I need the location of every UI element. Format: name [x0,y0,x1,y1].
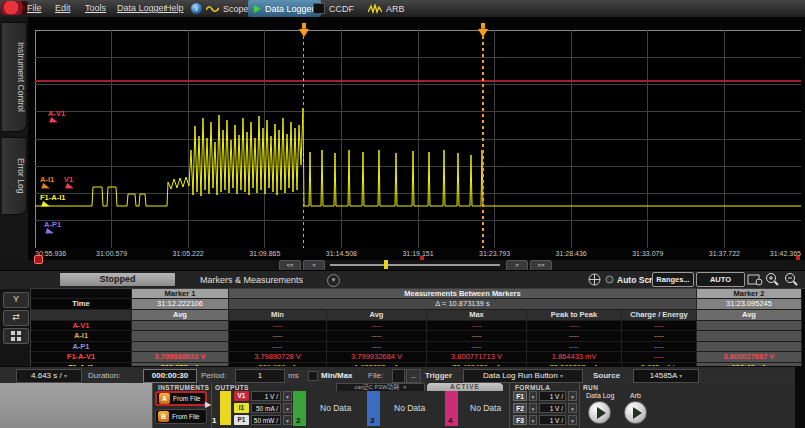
chart-area[interactable]: A-V1A-I1V1F1-A-I1A-P1 30:55.93631:00.579… [28,17,805,260]
dropdown-arrow-icon[interactable]: ▼ [529,403,537,413]
sidebar-tab-instrument-control[interactable]: Instrument Control [2,22,27,132]
crosshair-icon[interactable] [588,273,601,286]
dropdown-arrow-icon[interactable]: ▼ [568,415,577,425]
menu-help[interactable]: Help [165,3,184,13]
browse-button[interactable]: .. [406,369,421,383]
output-badge-p1: P1 [234,415,249,425]
dropdown-arrow-icon[interactable]: ▼ [283,391,292,401]
file-label: File: [368,371,383,380]
stat-column-header: Peak to Peak [527,310,622,321]
zoom-in-icon[interactable] [765,272,780,286]
timescale-dropdown[interactable]: 4.643 s / ▾ [16,369,82,383]
dropdown-arrow-icon[interactable]: ▼ [283,415,292,425]
menu-data-logger[interactable]: Data Logger [117,3,167,13]
formula-f1-badge[interactable]: F1 [513,391,527,401]
output-badge-v1: V1 [234,391,249,401]
duration-label: Duration: [88,371,120,380]
formula-f2-badge[interactable]: F2 [513,403,527,413]
dropdown-arrow-icon[interactable]: ▼ [529,415,537,425]
bottom-panel: INSTRUMENTS A From File B From File ▶ OU… [0,383,805,428]
instrument-a-button[interactable]: A From File [155,391,207,406]
data-log-run-label: Data Log [586,392,614,399]
left-sidebar: Instrument Control Error Log [0,17,28,261]
marker1-header: Marker 1 [132,289,229,299]
x-axis: 30:55.93631:00.57931:05.22231:09.86531:1… [35,250,801,260]
grid-view-icon[interactable] [3,328,29,344]
output1-bar[interactable] [220,391,231,425]
output-i1-value[interactable]: 50 mA / [251,403,281,413]
output-v1-value[interactable]: 1 V / [251,391,281,401]
measurement-value: 3.79890728 V [229,352,327,362]
menu-tools[interactable]: Tools [85,3,106,13]
measurement-value: ---- [527,321,622,331]
marker1-time: 31:12.222106 [132,299,229,310]
marker2-value [697,321,802,331]
tab-ccdf[interactable]: CCDF [307,0,360,17]
output-p1-value[interactable]: 50 mW / [251,415,281,425]
source-dropdown[interactable]: 14585A ▾ [633,369,699,383]
formula-f1-value[interactable]: 1 V / [539,391,566,401]
ranges-button[interactable]: Ranges... [652,272,694,287]
formula-f3-badge[interactable]: F3 [513,415,527,425]
measurement-value: ---- [427,321,527,331]
arb-play-button[interactable] [624,401,647,424]
menu-bar: File Edit Tools Data Logger Help i Scope… [0,0,805,18]
auto-scroll-icon[interactable] [605,275,614,284]
chevron-down-icon[interactable]: ▾ [327,274,340,287]
dropdown-arrow-icon[interactable]: ▼ [283,403,292,413]
markers-measurements-menu[interactable]: Markers & Measurements [200,275,303,285]
trigger-label: Trigger [425,371,452,380]
tab-scope[interactable]: Scope [200,0,255,17]
data-log-play-button[interactable] [588,401,611,424]
datalog-file-tab[interactable]: cat记C P3W功耗 × [336,383,425,391]
datalog-config-bar: 4.643 s / ▾ Duration: 000:00:30 Period: … [0,366,805,384]
marker1-value [132,342,229,352]
marker-1-arrow-icon[interactable] [299,29,309,37]
measurement-value: 1.864433 mV [527,352,622,362]
dropdown-arrow-icon[interactable]: ▼ [568,391,577,401]
instrument-b-button[interactable]: B From File [155,409,207,424]
markers-icon[interactable]: ⇄ [3,310,29,326]
minmax-checkbox[interactable] [308,371,318,381]
menu-file[interactable]: File [27,3,42,13]
output-badge-i1: I1 [234,403,249,413]
stat-spacer [31,310,132,321]
formula-f2-value[interactable]: 1 V / [539,403,566,413]
stat-column-header: Avg [327,310,427,321]
dropdown-arrow-icon[interactable]: ▼ [568,403,577,413]
close-icon[interactable]: × [403,384,407,390]
expand-chevron-icon[interactable]: ▶ [205,400,211,409]
probe-icon[interactable]: Y [3,292,29,308]
duration-value[interactable]: 000:00:30 [143,369,197,383]
screenshot-icon[interactable] [747,273,763,286]
output4-status: No Data [470,403,501,413]
scroll-track[interactable] [330,264,500,266]
delta-value: Δ = 10.873139 s [229,299,697,310]
dropdown-arrow-icon[interactable]: ▼ [529,391,537,401]
marker2-header: Marker 2 [697,289,802,299]
trigger-dropdown[interactable]: Data Log Run Button ▾ [463,369,583,383]
tab-arb[interactable]: ARB [362,0,411,17]
measurements-table: Marker 1Measurements Between MarkersMark… [30,288,805,374]
file-input[interactable] [392,369,405,383]
measurement-value: ---- [622,352,697,362]
measurement-value: ---- [229,342,327,352]
zoom-out-icon[interactable] [784,272,799,286]
marker2-value: 3.800027887 V [697,352,802,362]
measurement-value: ---- [229,331,327,341]
graph-toolbar: Stopped Markers & Measurements ▾ Auto Sc… [0,270,805,289]
formula-f3-value[interactable]: 1 V / [539,415,566,425]
auto-scale-button[interactable]: AUTO SCALE [696,272,745,287]
between-markers-header: Measurements Between Markers [229,289,697,299]
corner-cell [31,289,132,299]
formula-header: FORMULA [515,384,550,391]
instrument-b-icon: B [158,411,169,422]
menu-edit[interactable]: Edit [55,3,71,13]
marker-2-arrow-icon[interactable] [478,29,488,37]
period-input[interactable]: 1 [235,369,285,383]
scroll-thumb[interactable] [384,260,388,269]
sidebar-tab-error-log[interactable]: Error Log [2,137,27,215]
ccdf-icon [313,3,325,14]
active-tab[interactable]: ACTIVE [427,383,503,391]
plot-area[interactable] [35,30,801,248]
